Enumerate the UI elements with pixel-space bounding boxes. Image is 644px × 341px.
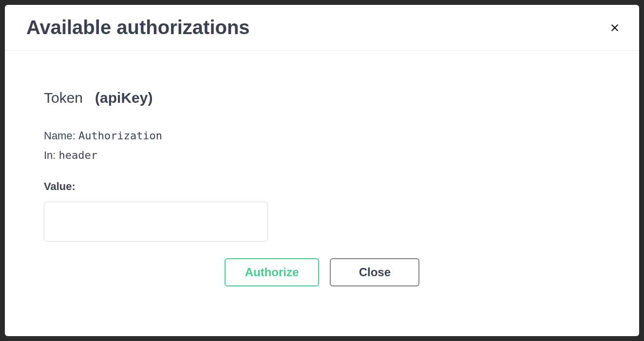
modal-body: Token (apiKey) Name: Authorization In: h… (5, 51, 639, 336)
close-icon (609, 22, 621, 34)
auth-scheme-type: (apiKey) (95, 90, 152, 106)
authorize-button[interactable]: Authorize (225, 258, 320, 286)
auth-scheme-title: Token (apiKey) (44, 90, 600, 106)
close-icon-button[interactable] (607, 20, 623, 36)
modal-title: Available authorizations (26, 17, 250, 38)
auth-name-row: Name: Authorization (44, 130, 600, 142)
auth-in-row: In: header (44, 149, 600, 162)
button-row: Authorize Close (44, 258, 600, 286)
modal-header: Available authorizations (5, 5, 639, 51)
authorization-modal: Available authorizations Token (apiKey) … (5, 5, 639, 336)
auth-name-label: Name: (44, 130, 76, 142)
value-input[interactable] (44, 202, 268, 242)
auth-name-value: Authorization (78, 130, 162, 142)
close-button[interactable]: Close (330, 258, 419, 286)
auth-scheme-name: Token (44, 90, 83, 106)
auth-in-value: header (59, 149, 97, 161)
value-label: Value: (44, 180, 600, 193)
auth-in-label: In: (44, 149, 56, 161)
